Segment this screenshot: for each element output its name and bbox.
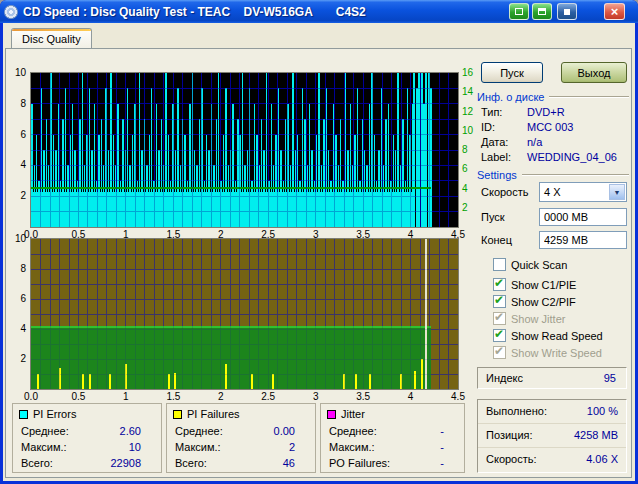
title-bar[interactable]: CD Speed : Disc Quality Test - TEAC DV-W… xyxy=(0,0,638,23)
checkbox-show-read-speed[interactable]: ✔ Show Read Speed xyxy=(493,329,603,342)
stat-value: - xyxy=(440,425,444,437)
tick-label: 2 xyxy=(462,203,468,213)
caption-save-button[interactable] xyxy=(532,3,552,20)
disc-label-value: WEDDING_04_06 xyxy=(527,151,617,163)
minimize-button[interactable] xyxy=(557,3,577,20)
checkbox-show-write-speed: ✔ Show Write Speed xyxy=(493,346,602,359)
tick-label: 3 xyxy=(313,392,319,402)
stat-value: 2 xyxy=(289,441,295,453)
legend-title: PI Errors xyxy=(33,408,76,420)
disc-type-label: Тип: xyxy=(481,106,502,118)
index-value: 95 xyxy=(604,372,616,384)
section-title: Инф. о диске xyxy=(477,91,544,103)
close-button[interactable]: × xyxy=(604,3,625,20)
check-icon: ✔ xyxy=(494,310,504,324)
stat-value: - xyxy=(440,441,444,453)
status-row-position: Позиция: 4258 MB xyxy=(478,424,626,448)
stat-value: 22908 xyxy=(110,457,141,469)
minimize-icon xyxy=(564,9,570,15)
tick-label: 4 xyxy=(6,324,26,334)
tick-label: 4 xyxy=(6,160,26,170)
tick-label: 6 xyxy=(6,130,26,140)
jitter-stats-box: Jitter Среднее:- Максим.:- PO Failures:- xyxy=(320,403,465,473)
quality-index-panel: Индекс 95 xyxy=(477,367,627,389)
checkbox-quick-scan[interactable]: ✔ Quick Scan xyxy=(493,258,567,271)
status-label: Выполнено: xyxy=(486,405,547,417)
start-button[interactable]: Пуск xyxy=(481,62,543,83)
index-label: Индекс xyxy=(486,372,523,384)
status-panel: Выполнено: 100 % Позиция: 4258 MB Скорос… xyxy=(477,399,627,473)
pi-errors-swatch-icon xyxy=(19,410,28,419)
pi-failures-stats-box: PI Failures Среднее:0.00 Максим.:2 Всего… xyxy=(166,403,316,473)
tick-label: 2 xyxy=(6,191,26,201)
checkbox-box[interactable]: ✔ xyxy=(493,258,506,271)
start-position-input[interactable] xyxy=(539,208,627,226)
speed-select-value: 4 X xyxy=(544,186,561,198)
tab-page: 0.00.511.522.533.544.5108642161412108642… xyxy=(5,48,632,478)
tick-label: 0.0 xyxy=(24,392,38,402)
settings-section-header: Settings xyxy=(477,169,629,181)
checkbox-label: Show Write Speed xyxy=(511,347,602,359)
caption-chart-button[interactable] xyxy=(509,3,529,20)
tick-label: 4.5 xyxy=(451,392,465,402)
disc-date-value: n/a xyxy=(527,136,542,148)
chart-icon xyxy=(515,8,523,15)
tick-label: 8 xyxy=(462,145,468,155)
exit-button[interactable]: Выход xyxy=(561,62,627,83)
status-value: 4258 MB xyxy=(574,424,618,447)
disc-type-value: DVD+R xyxy=(527,106,565,118)
app-disc-icon xyxy=(4,5,18,19)
pi-failures-chart: 0.00.511.522.533.544.5108642 xyxy=(31,239,458,389)
tick-label: 10 xyxy=(6,68,26,78)
stat-label: Максим.: xyxy=(175,441,221,453)
stat-value: - xyxy=(440,457,444,469)
end-position-label: Конец xyxy=(481,234,512,246)
legend-title: Jitter xyxy=(341,408,365,420)
stat-label: Среднее: xyxy=(329,425,377,437)
stat-value: 0.00 xyxy=(274,425,295,437)
tick-label: 1 xyxy=(123,392,129,402)
tick-label: 10 xyxy=(6,234,26,244)
start-position-label: Пуск xyxy=(481,211,505,223)
checkbox-box[interactable]: ✔ xyxy=(493,329,506,342)
checkbox-show-c1-pie[interactable]: ✔ Show C1/PIE xyxy=(493,278,576,291)
speed-select[interactable]: 4 X ▼ xyxy=(539,182,627,202)
stat-label: Среднее: xyxy=(21,425,69,437)
checkbox-show-c2-pif[interactable]: ✔ Show C2/PIF xyxy=(493,295,576,308)
window-title: CD Speed : Disc Quality Test - TEAC DV-W… xyxy=(18,5,366,19)
control-panel: Пуск Выход Инф. о диске Тип: DVD+R ID: M… xyxy=(469,49,632,479)
tick-label: 2.5 xyxy=(261,392,275,402)
status-row-speed: Скорость: 4.06 X xyxy=(478,448,626,472)
close-icon: × xyxy=(611,5,619,18)
stat-label: Среднее: xyxy=(175,425,223,437)
divider xyxy=(549,96,629,98)
tick-label: 6 xyxy=(462,164,468,174)
status-label: Скорость: xyxy=(486,453,537,465)
chevron-down-icon[interactable]: ▼ xyxy=(609,184,625,200)
tab-disc-quality[interactable]: Disc Quality xyxy=(11,28,92,49)
divider xyxy=(522,174,629,176)
tick-label: 0.5 xyxy=(71,392,85,402)
tick-label: 4 xyxy=(462,184,468,194)
stat-label: Максим.: xyxy=(21,441,67,453)
legend-title: PI Failures xyxy=(187,408,240,420)
checkbox-box: ✔ xyxy=(493,312,506,325)
check-icon: ✔ xyxy=(494,344,504,358)
speed-label: Скорость xyxy=(481,186,529,198)
stat-label: PO Failures: xyxy=(329,457,390,469)
check-icon: ✔ xyxy=(494,276,504,290)
tick-label: 2 xyxy=(218,392,224,402)
save-icon xyxy=(538,8,546,15)
tick-label: 1.5 xyxy=(166,392,180,402)
end-position-input[interactable] xyxy=(539,231,627,249)
pi-errors-chart: 0.00.511.522.533.544.5108642161412108642 xyxy=(31,73,458,227)
tick-label: 3.5 xyxy=(356,392,370,402)
stat-value: 10 xyxy=(129,441,141,453)
stat-value: 2.60 xyxy=(120,425,141,437)
checkbox-label: Show Read Speed xyxy=(511,330,603,342)
window-body: Disc Quality 0.00.511.522.533.544.510864… xyxy=(3,23,635,481)
checkbox-box[interactable]: ✔ xyxy=(493,278,506,291)
checkbox-box[interactable]: ✔ xyxy=(493,295,506,308)
checkbox-label: Show C2/PIF xyxy=(511,296,576,308)
tick-label: 2 xyxy=(6,354,26,364)
